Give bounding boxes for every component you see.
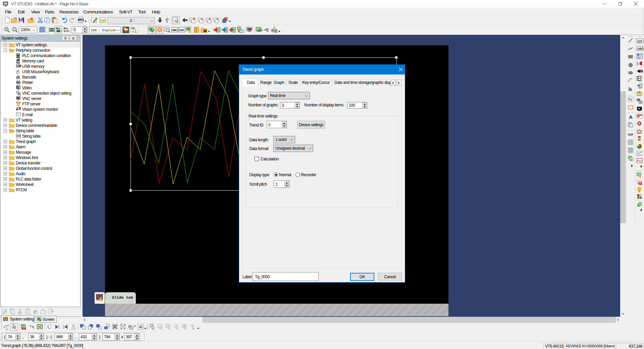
svg-text:DXF: DXF [628, 133, 633, 136]
svg-text:123: 123 [637, 40, 642, 43]
svg-text:ALL: ALL [63, 27, 68, 30]
svg-text:3: 3 [217, 17, 218, 20]
svg-text:1: 1 [201, 17, 203, 20]
svg-text:A: A [139, 325, 142, 329]
svg-text:B: B [193, 17, 196, 20]
svg-text:2: 2 [209, 17, 211, 20]
svg-text:ALL: ALL [56, 27, 61, 30]
svg-text:ABC: ABC [172, 29, 178, 32]
svg-text:CNT: CNT [179, 29, 184, 32]
svg-text:STR: STR [17, 135, 21, 137]
svg-text:ABC: ABC [637, 47, 643, 50]
svg-text:A: A [629, 114, 633, 119]
svg-text:123: 123 [22, 328, 25, 330]
svg-text:SD: SD [17, 61, 20, 63]
svg-text:USB: USB [16, 65, 21, 67]
